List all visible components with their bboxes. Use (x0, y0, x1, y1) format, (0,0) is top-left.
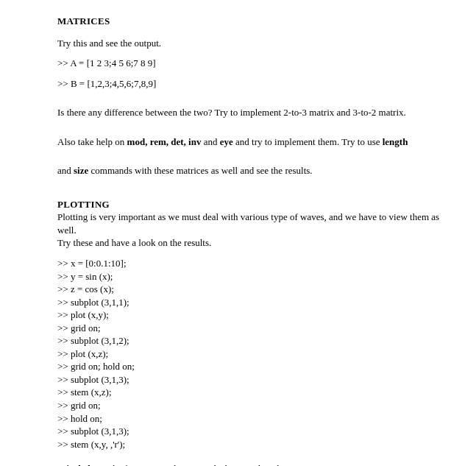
text: and try to implement them. Try to use (233, 136, 383, 147)
code-line: >> x = [0:0.1:10]; (57, 257, 454, 270)
matrices-diff-line: Is there any difference between the two?… (57, 106, 454, 119)
code-line: >> y = sin (x); (57, 270, 454, 283)
code-line: >> stem (x,y, ,'r'); (57, 438, 454, 451)
code-line: >> plot (x,z); (57, 347, 454, 361)
code-line: >> grid on; hold on; (57, 360, 454, 373)
plotting-try-line: Try these and have a look on the results… (57, 236, 454, 250)
text: and (57, 165, 74, 176)
matrices-try-line: Try this and see the output. (57, 37, 454, 50)
bold-eye: eye (220, 136, 233, 147)
plotting-footer: Take help on the functions and commands … (57, 462, 454, 466)
code-line: >> grid on; (57, 399, 454, 412)
code-line: >> z = cos (x); (57, 283, 454, 296)
text: Also take help on (57, 136, 127, 147)
code-line: >> subplot (3,1,3); (57, 425, 454, 438)
plotting-code-block: >> x = [0:0.1:10];>> y = sin (x);>> z = … (57, 257, 454, 451)
code-line: >> subplot (3,1,1); (57, 296, 454, 309)
code-line: >> subplot (3,1,2); (57, 334, 454, 347)
matrices-code-a: >> A = [1 2 3;4 5 6;7 8 9] (57, 57, 454, 70)
bold-length: length (383, 136, 408, 147)
text: Take (57, 463, 78, 466)
plotting-desc: Plotting is very important as we must de… (57, 211, 454, 236)
matrices-heading: MATRICES (57, 15, 454, 28)
text: commands with these matrices as well and… (88, 165, 312, 176)
code-line: >> hold on; (57, 412, 454, 426)
matrices-help-line: Also take help on mod, rem, det, inv and… (57, 135, 454, 149)
matrices-size-line: and size commands with these matrices as… (57, 164, 454, 177)
code-line: >> subplot (3,1,3); (57, 373, 454, 386)
text: on the functions and commands that you d… (96, 463, 299, 466)
text: and (201, 136, 219, 147)
code-line: >> grid on; (57, 322, 454, 335)
bold-size: size (74, 165, 88, 176)
code-line: >> stem (x,z); (57, 386, 454, 399)
bold-help: help (78, 463, 96, 466)
code-line: >> plot (x,y); (57, 308, 454, 322)
bold-mod-rem-det-inv: mod, rem, det, inv (127, 136, 202, 147)
plotting-heading: PLOTTING (57, 198, 454, 211)
matrices-code-b: >> B = [1,2,3;4,5,6;7,8,9] (57, 77, 454, 91)
